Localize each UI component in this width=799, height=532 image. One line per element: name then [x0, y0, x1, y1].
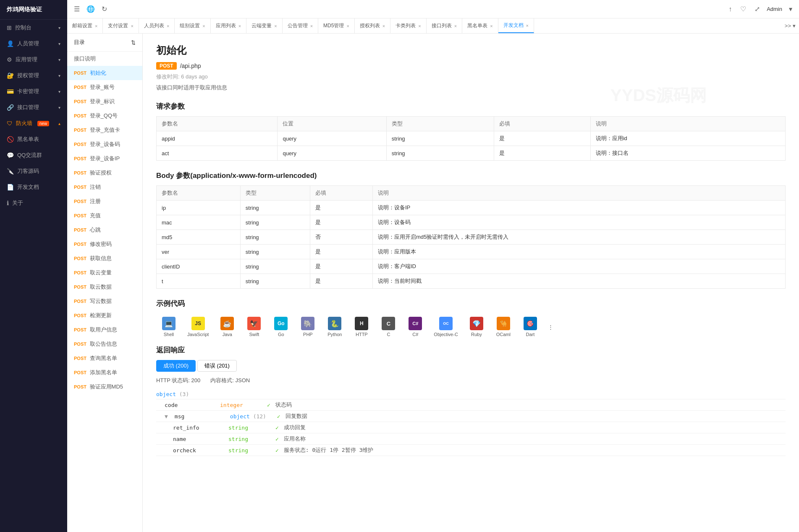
doc-menu-login-mark[interactable]: POST 登录_标识	[67, 94, 142, 109]
tab-close-devdocs[interactable]: ×	[526, 23, 529, 28]
tab-close-email[interactable]: ×	[95, 23, 97, 29]
tab-devdocs[interactable]: 开发文档 ×	[498, 18, 534, 33]
doc-menu-heartbeat[interactable]: POST 心跳	[67, 223, 142, 237]
code-lang-csharp[interactable]: C# C#	[403, 313, 428, 340]
sidebar-item-dashboard[interactable]: ⊞ 控制台 ▾	[0, 20, 67, 36]
tab-blacklist2[interactable]: 黑名单表 ×	[462, 18, 498, 33]
menu-item-label: 注销	[90, 184, 101, 190]
tabs-nav-dropdown[interactable]: ▾	[793, 23, 796, 29]
doc-menu-check-update[interactable]: POST 检测更新	[67, 308, 142, 323]
refresh-icon[interactable]: ↻	[100, 3, 109, 15]
field-type: string	[228, 436, 270, 442]
resp-tab-success[interactable]: 成功 (200)	[156, 360, 196, 372]
code-lang-java[interactable]: ☕ Java	[215, 313, 240, 340]
dropdown-icon[interactable]: ▾	[787, 3, 794, 15]
tab-auth[interactable]: 授权列表 ×	[355, 18, 390, 33]
doc-menu-recharge[interactable]: POST 充值	[67, 209, 142, 223]
tab-close-md5[interactable]: ×	[346, 23, 349, 29]
tab-md5[interactable]: MD5管理 ×	[318, 18, 355, 33]
doc-menu-api-desc[interactable]: 接口说明	[67, 52, 142, 66]
tab-close-staff[interactable]: ×	[167, 23, 169, 29]
sidebar-item-about[interactable]: ℹ 关于	[0, 195, 67, 211]
doc-menu-get-user-info[interactable]: POST 取用户信息	[67, 323, 142, 337]
doc-menu-write-cloud[interactable]: POST 写云数据	[67, 294, 142, 308]
sidebar-item-qq-group[interactable]: 💬 QQ交流群	[0, 147, 67, 163]
tab-close-cloudvar[interactable]: ×	[274, 23, 277, 29]
sidebar-item-card-mgmt[interactable]: 💳 卡密管理 ▾	[0, 83, 67, 99]
sidebar-item-app-mgmt[interactable]: ⚙ 应用管理 ▾	[0, 52, 67, 68]
expand-icon[interactable]: ⤢	[753, 3, 762, 15]
sidebar-item-user-mgmt[interactable]: 👤 人员管理 ▾	[0, 36, 67, 52]
tab-label: 卡类列表	[396, 22, 416, 29]
tabs-nav-forward[interactable]: >>	[785, 23, 791, 29]
tab-announce[interactable]: 公告管理 ×	[283, 18, 318, 33]
tab-close-apilist[interactable]: ×	[454, 23, 457, 29]
doc-menu-login-deviceip[interactable]: POST 登录_设备IP	[67, 151, 142, 166]
doc-menu-verify-md5[interactable]: POST 验证应用MD5	[67, 380, 142, 394]
doc-menu-get-cloud-data[interactable]: POST 取云数据	[67, 280, 142, 294]
tab-close-applist[interactable]: ×	[238, 23, 241, 29]
code-lang-dart[interactable]: 🎯 Dart	[518, 313, 543, 340]
code-lang-go[interactable]: Go Go	[268, 313, 293, 340]
post-badge: POST	[74, 227, 86, 232]
tab-close-payment[interactable]: ×	[131, 23, 133, 29]
doc-menu-query-blacklist[interactable]: POST 查询黑名单	[67, 351, 142, 365]
code-lang-objc[interactable]: OC Objective-C	[430, 313, 462, 340]
tab-close-auth[interactable]: ×	[382, 23, 385, 29]
lang-label: Dart	[526, 332, 534, 337]
doc-menu-get-info[interactable]: POST 获取信息	[67, 251, 142, 266]
more-langs-button[interactable]: ⋮	[545, 321, 557, 334]
tab-payment[interactable]: 支付设置 ×	[103, 18, 139, 33]
doc-menu-init[interactable]: POST 初始化	[67, 66, 142, 80]
doc-menu-change-pwd[interactable]: POST 修改密码	[67, 237, 142, 251]
sidebar-item-auth-mgmt[interactable]: 🔐 授权管理 ▾	[0, 68, 67, 83]
code-lang-ruby[interactable]: 💎 Ruby	[464, 313, 489, 340]
sidebar-item-firewall[interactable]: 🛡 防火墙 new ▴	[0, 115, 67, 131]
code-lang-javascript[interactable]: JS JavaScript	[183, 313, 213, 340]
doc-menu-register[interactable]: POST 注册	[67, 194, 142, 209]
code-lang-c[interactable]: C C	[376, 313, 401, 340]
tab-label: 应用列表	[216, 22, 236, 29]
bell-icon[interactable]: ♡	[739, 3, 748, 15]
resp-tab-error[interactable]: 错误 (201)	[197, 360, 237, 372]
doc-menu-login-qq[interactable]: POST 登录_QQ号	[67, 109, 142, 123]
doc-menu-login-device[interactable]: POST 登录_设备码	[67, 137, 142, 151]
code-lang-shell[interactable]: 💻 Shell	[156, 313, 181, 340]
doc-menu-login-account[interactable]: POST 登录_账号	[67, 80, 142, 94]
code-lang-ocaml[interactable]: 🐪 OCaml	[491, 313, 516, 340]
sidebar-item-dev-docs[interactable]: 📄 开发文档	[0, 179, 67, 195]
tab-cardtype[interactable]: 卡类列表 ×	[390, 18, 426, 33]
collapse-toggle[interactable]: ▼	[165, 413, 168, 420]
sidebar-item-source-code[interactable]: 🔪 刀客源码	[0, 163, 67, 179]
globe-icon[interactable]: 🌐	[85, 3, 97, 15]
menu-icon[interactable]: ☰	[72, 3, 81, 15]
tab-close-cardtype[interactable]: ×	[418, 23, 421, 29]
doc-menu-login-card[interactable]: POST 登录_充值卡	[67, 123, 142, 137]
tab-email[interactable]: 邮箱设置 ×	[67, 18, 103, 33]
tab-close-announce[interactable]: ×	[310, 23, 313, 29]
code-lang-python[interactable]: 🐍 Python	[322, 313, 347, 340]
tab-staff[interactable]: 人员列表 ×	[139, 18, 175, 33]
code-lang-http[interactable]: H HTTP	[349, 313, 374, 340]
tab-close-group[interactable]: ×	[202, 23, 205, 29]
tab-cloudvar[interactable]: 云端变量 ×	[246, 18, 282, 33]
sidebar-item-api-mgmt[interactable]: 🔗 接口管理 ▾	[0, 99, 67, 115]
toc-icon[interactable]: ⇅	[131, 39, 136, 46]
doc-menu-add-blacklist[interactable]: POST 添加黑名单	[67, 365, 142, 380]
field-desc: 应用名称	[284, 435, 306, 443]
tab-group[interactable]: 组别设置 ×	[175, 18, 210, 33]
doc-menu-get-announce[interactable]: POST 取公告信息	[67, 337, 142, 351]
doc-menu-logout[interactable]: POST 注销	[67, 180, 142, 194]
tab-applist[interactable]: 应用列表 ×	[211, 18, 246, 33]
upload-icon[interactable]: ↑	[727, 4, 734, 15]
doc-menu-get-cloud[interactable]: POST 取云变量	[67, 266, 142, 280]
code-lang-php[interactable]: 🐘 PHP	[295, 313, 320, 340]
admin-label[interactable]: Admin	[767, 6, 782, 12]
about-icon: ℹ	[7, 200, 9, 206]
code-lang-swift[interactable]: 🦅 Swift	[241, 313, 267, 340]
doc-menu-verify-auth[interactable]: POST 验证授权	[67, 166, 142, 180]
menu-item-label: 登录_标识	[90, 98, 115, 104]
tab-close-blacklist2[interactable]: ×	[490, 23, 492, 29]
tab-apilist[interactable]: 接口列表 ×	[427, 18, 462, 33]
sidebar-item-blacklist[interactable]: 🚫 黑名单表	[0, 131, 67, 147]
